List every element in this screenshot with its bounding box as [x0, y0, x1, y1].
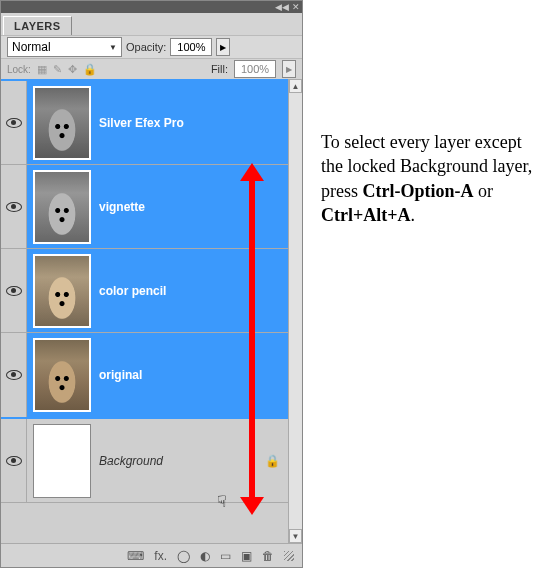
instruction-text: To select every layer except the locked …: [303, 0, 557, 568]
opacity-slider-button[interactable]: ▶: [216, 38, 230, 56]
lock-position-icon[interactable]: ✥: [68, 63, 77, 76]
panel-tabs: LAYERS: [1, 13, 302, 35]
eye-icon: [6, 118, 22, 128]
scrollbar[interactable]: ▲ ▼: [288, 79, 302, 543]
lock-icon: 🔒: [265, 454, 280, 468]
lock-all-icon[interactable]: 🔒: [83, 63, 97, 76]
blend-mode-select[interactable]: Normal ▼: [7, 37, 122, 57]
layer-thumbnail[interactable]: [33, 338, 91, 412]
layer-name[interactable]: color pencil: [99, 284, 166, 298]
fill-label: Fill:: [211, 63, 228, 75]
fx-icon[interactable]: fx.: [154, 549, 167, 563]
layer-name[interactable]: original: [99, 368, 142, 382]
close-icon[interactable]: ✕: [292, 3, 300, 12]
scroll-down-icon[interactable]: ▼: [289, 529, 302, 543]
resize-handle-icon[interactable]: [284, 551, 294, 561]
layer-thumbnail[interactable]: [33, 86, 91, 160]
visibility-toggle[interactable]: [1, 249, 27, 332]
layer-row[interactable]: Silver Efex Pro: [1, 81, 288, 165]
scroll-up-icon[interactable]: ▲: [289, 79, 302, 93]
opacity-label: Opacity:: [126, 41, 166, 53]
lock-icons-group: ▦ ✎ ✥ 🔒: [37, 63, 97, 76]
layer-row[interactable]: color pencil: [1, 249, 288, 333]
trash-icon[interactable]: 🗑: [262, 549, 274, 563]
adjustment-icon[interactable]: ◐: [200, 549, 210, 563]
lock-transparency-icon[interactable]: ▦: [37, 63, 47, 76]
layer-thumbnail[interactable]: [33, 170, 91, 244]
lock-pixels-icon[interactable]: ✎: [53, 63, 62, 76]
blend-mode-value: Normal: [12, 40, 51, 54]
shortcut-text: Ctrl+Alt+A: [321, 205, 411, 225]
panel-footer: ⌨ fx. ◯ ◐ ▭ ▣ 🗑: [1, 543, 302, 567]
visibility-toggle[interactable]: [1, 419, 27, 502]
opacity-input[interactable]: 100%: [170, 38, 212, 56]
group-icon[interactable]: ▭: [220, 549, 231, 563]
link-layers-icon[interactable]: ⌨: [127, 549, 144, 563]
shortcut-text: Ctrl-Option-A: [363, 181, 474, 201]
layer-row-background[interactable]: Background 🔒: [1, 419, 288, 503]
fill-input[interactable]: 100%: [234, 60, 276, 78]
layers-panel: ◀◀ ✕ LAYERS Normal ▼ Opacity: 100% ▶ Loc…: [0, 0, 303, 568]
layer-name[interactable]: Silver Efex Pro: [99, 116, 184, 130]
layer-options-row: Normal ▼ Opacity: 100% ▶: [1, 35, 302, 59]
visibility-toggle[interactable]: [1, 81, 27, 164]
eye-icon: [6, 370, 22, 380]
layer-name[interactable]: Background: [99, 454, 163, 468]
layer-name[interactable]: vignette: [99, 200, 145, 214]
new-layer-icon[interactable]: ▣: [241, 549, 252, 563]
chevron-down-icon: ▼: [109, 43, 117, 52]
instruction-period: .: [411, 205, 416, 225]
selection-arrow-annotation: [249, 179, 255, 499]
layer-row[interactable]: original: [1, 333, 288, 417]
collapse-icon[interactable]: ◀◀: [275, 3, 289, 12]
lock-label: Lock:: [7, 64, 31, 75]
eye-icon: [6, 456, 22, 466]
visibility-toggle[interactable]: [1, 165, 27, 248]
eye-icon: [6, 202, 22, 212]
eye-icon: [6, 286, 22, 296]
fill-slider-button[interactable]: ▶: [282, 60, 296, 78]
layer-thumbnail[interactable]: [33, 254, 91, 328]
mask-icon[interactable]: ◯: [177, 549, 190, 563]
instruction-or: or: [474, 181, 494, 201]
visibility-toggle[interactable]: [1, 333, 27, 417]
layer-thumbnail[interactable]: [33, 424, 91, 498]
lock-row: Lock: ▦ ✎ ✥ 🔒 Fill: 100% ▶: [1, 59, 302, 79]
panel-titlebar: ◀◀ ✕: [1, 1, 302, 13]
layer-list: Silver Efex Pro vignette color pencil: [1, 79, 302, 543]
layers-tab[interactable]: LAYERS: [3, 16, 72, 35]
selected-layers-block: Silver Efex Pro vignette color pencil: [1, 79, 288, 419]
